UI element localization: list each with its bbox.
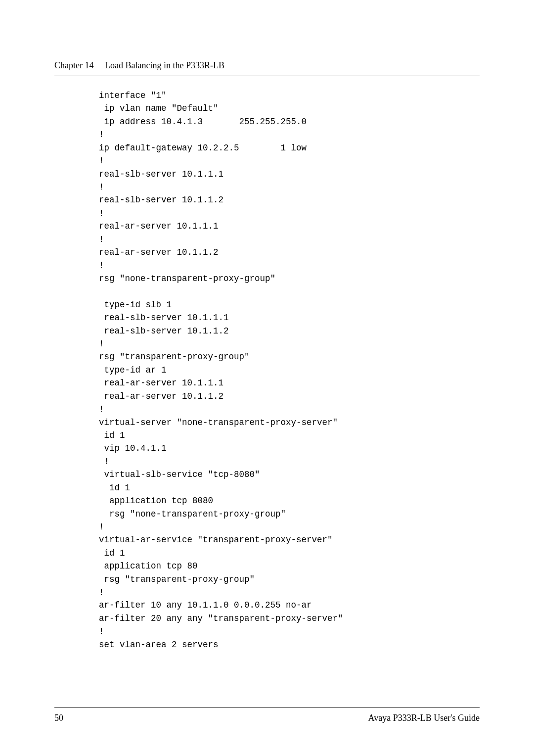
page-number: 50 — [54, 713, 63, 723]
chapter-label: Chapter 14 — [54, 60, 93, 70]
header-divider — [54, 76, 480, 76]
chapter-header: Chapter 14 Load Balancing in the P333R-L… — [54, 60, 480, 71]
chapter-title: Load Balancing in the P333R-LB — [105, 60, 224, 70]
page-footer: 50 Avaya P333R-LB User's Guide — [54, 708, 480, 723]
config-code-block: interface "1" ip vlan name "Default" ip … — [99, 89, 480, 651]
footer-divider — [54, 708, 480, 708]
guide-name: Avaya P333R-LB User's Guide — [368, 713, 480, 723]
